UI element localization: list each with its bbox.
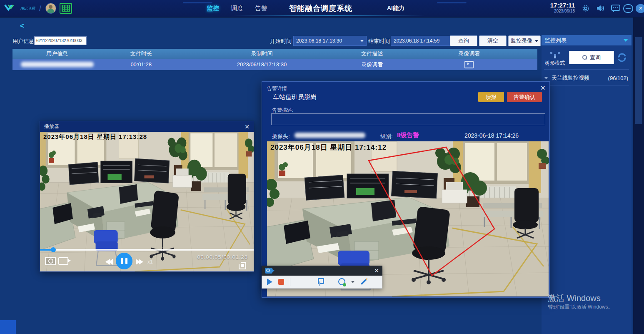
- rewind-icon[interactable]: [105, 259, 113, 265]
- pause-button[interactable]: [116, 253, 132, 269]
- player-progress-bar[interactable]: [40, 249, 254, 251]
- bottom-left-fragment: [0, 320, 16, 334]
- redacted-camera-name: [295, 133, 365, 138]
- top-bar: 伟讯飞腾 / 监控 调度 告警 智能融合调度系统 AI能力 17:27:11 2…: [0, 0, 644, 18]
- watermark-line2: 转到"设置"以激活 Windows。: [548, 304, 613, 310]
- capture-tool-icon[interactable]: [317, 278, 323, 286]
- tree-mode-toggle[interactable]: 树形模式: [545, 52, 565, 67]
- playback-speed[interactable]: x1: [147, 259, 153, 265]
- minimize-button[interactable]: —: [623, 4, 633, 13]
- alarm-desc-input[interactable]: [271, 113, 545, 125]
- level-label: 级别:: [380, 133, 393, 140]
- col-playback: 录像调看: [401, 49, 537, 59]
- player-title-bar[interactable]: 播放器 ✕: [40, 121, 254, 132]
- user-avatar[interactable]: [45, 3, 56, 14]
- speaker-icon[interactable]: [596, 4, 606, 13]
- settings-gear-icon[interactable]: [581, 4, 591, 13]
- sidebar-search-button[interactable]: 查询: [569, 51, 614, 64]
- recorder-toolbar: ✕: [262, 266, 382, 289]
- start-time-picker[interactable]: 2023.06.18 17:13:30: [293, 36, 367, 46]
- windows-activation-watermark: 激活 Windows 转到"设置"以激活 Windows。: [548, 293, 613, 310]
- query-search-button[interactable]: 查询: [450, 35, 477, 46]
- player-progress-handle[interactable]: [51, 247, 56, 252]
- dialog-title: 告警详情: [267, 85, 287, 92]
- clock: 17:27:11 2023/06/18: [550, 2, 575, 14]
- record-camera-icon[interactable]: [58, 257, 68, 265]
- alarm-name: 车站值班员脱岗: [273, 93, 317, 101]
- player-title: 播放器: [44, 123, 59, 130]
- cell-duration: 00:01:28: [102, 59, 180, 70]
- range-separator: —: [362, 38, 368, 44]
- snapshot-icon[interactable]: [45, 257, 56, 265]
- recordings-table: 用户信息 文件时长 录制时间 文件描述 录像调看 00:01:28 2023/0…: [12, 49, 537, 70]
- logo-icon: [4, 4, 17, 13]
- playback-monitor-icon[interactable]: [464, 61, 474, 68]
- false-alarm-button[interactable]: 误报: [478, 92, 504, 102]
- app-title: 智能融合调度系统: [250, 0, 392, 17]
- recorder-close-icon[interactable]: ✕: [374, 268, 379, 274]
- player-time-display: 00:00:05/00:01:28: [197, 254, 248, 260]
- expand-caret-icon: [544, 77, 548, 79]
- fullscreen-icon[interactable]: [239, 262, 246, 269]
- recorder-play-button[interactable]: [267, 279, 272, 285]
- user-info-label: 用户信息: [12, 38, 34, 45]
- col-description: 文件描述: [343, 49, 401, 59]
- brand-name: 伟讯飞腾: [20, 7, 35, 10]
- cell-description: 录像调看: [343, 59, 401, 70]
- app-window: 伟讯飞腾 / 监控 调度 告警 智能融合调度系统 AI能力 17:27:11 2…: [0, 0, 644, 334]
- recorder-icon: [265, 268, 272, 274]
- back-arrow[interactable]: <: [20, 22, 25, 30]
- cell-playback: [401, 59, 537, 70]
- tree-icon: [550, 52, 559, 58]
- close-button[interactable]: ✕: [636, 4, 644, 13]
- annotate-pencil-icon[interactable]: [361, 279, 367, 285]
- webcam-options-caret-icon[interactable]: [351, 281, 354, 283]
- cell-user-info: [12, 59, 102, 70]
- caret-down-icon: [535, 40, 538, 42]
- cell-record-time: 2023/06/18/17:13:30: [180, 59, 343, 70]
- recorder-title-bar[interactable]: ✕: [262, 266, 382, 276]
- tab-ai-capability[interactable]: AI能力: [377, 0, 414, 17]
- camera-label: 摄像头:: [272, 133, 290, 140]
- record-type-dropdown[interactable]: 监控录像: [508, 35, 541, 46]
- clock-time: 17:27:11: [550, 2, 575, 9]
- refresh-icon[interactable]: [617, 53, 627, 63]
- monitor-list-panel: 监控列表 树形模式 查询 天兰线监控视频 (96/102): [542, 35, 632, 334]
- redacted-user-info: [21, 62, 94, 67]
- player-window: 播放器 ✕ 2023年06月18日 星期日 17:13:28 x1 00:00:…: [40, 121, 254, 272]
- search-icon: [582, 55, 587, 60]
- start-time-label: 开始时间: [270, 38, 292, 45]
- scrollbar-thumb[interactable]: [635, 37, 642, 124]
- user-info-input[interactable]: 62112202071327010003: [34, 36, 87, 45]
- dial-pad-icon[interactable]: [60, 3, 72, 14]
- sidebar-item-video-group[interactable]: 天兰线监控视频 (96/102): [543, 73, 630, 83]
- alarm-desc-label: 告警描述:: [272, 107, 293, 114]
- alarm-time: 2023-06-18 17:14:26: [464, 132, 519, 139]
- recorder-stop-button[interactable]: [278, 279, 284, 285]
- dialog-close-icon[interactable]: ✕: [540, 84, 546, 92]
- col-user-info: 用户信息: [12, 49, 102, 59]
- sidebar-item-count: (96/102): [608, 75, 628, 81]
- add-webcam-icon[interactable]: [338, 278, 345, 286]
- panel-collapse-icon: [623, 39, 628, 42]
- sidebar-item-label: 天兰线监控视频: [552, 74, 589, 82]
- table-row[interactable]: 00:01:28 2023/06/18/17:13:30 录像调看: [12, 59, 537, 70]
- query-clear-button[interactable]: 清空: [479, 35, 507, 46]
- brand-logo: 伟讯飞腾 /: [0, 3, 72, 14]
- watermark-line1: 激活 Windows: [548, 293, 613, 304]
- query-bar: 用户信息 62112202071327010003 开始时间 2023.06.1…: [0, 35, 537, 47]
- monitor-list-header[interactable]: 监控列表: [542, 35, 632, 45]
- player-close-icon[interactable]: ✕: [245, 124, 250, 130]
- player-video[interactable]: 2023年06月18日 星期日 17:13:28 x1 00:00:05/00:…: [40, 132, 254, 271]
- tab-dispatch[interactable]: 调度: [231, 5, 243, 13]
- recorder-controls: [262, 276, 382, 289]
- message-icon[interactable]: [611, 4, 621, 13]
- col-record-time: 录制时间: [180, 49, 343, 59]
- brand-separator: /: [39, 4, 41, 13]
- alarm-confirm-button[interactable]: 告警确认: [507, 92, 542, 102]
- fast-forward-icon[interactable]: [136, 259, 143, 265]
- video-osd-timestamp: 2023年06月18日 星期日 17:13:28: [43, 133, 147, 141]
- alarm-level-value: II级告警: [397, 131, 419, 139]
- table-header-row: 用户信息 文件时长 录制时间 文件描述 录像调看: [12, 49, 537, 59]
- tab-monitor[interactable]: 监控: [207, 5, 219, 13]
